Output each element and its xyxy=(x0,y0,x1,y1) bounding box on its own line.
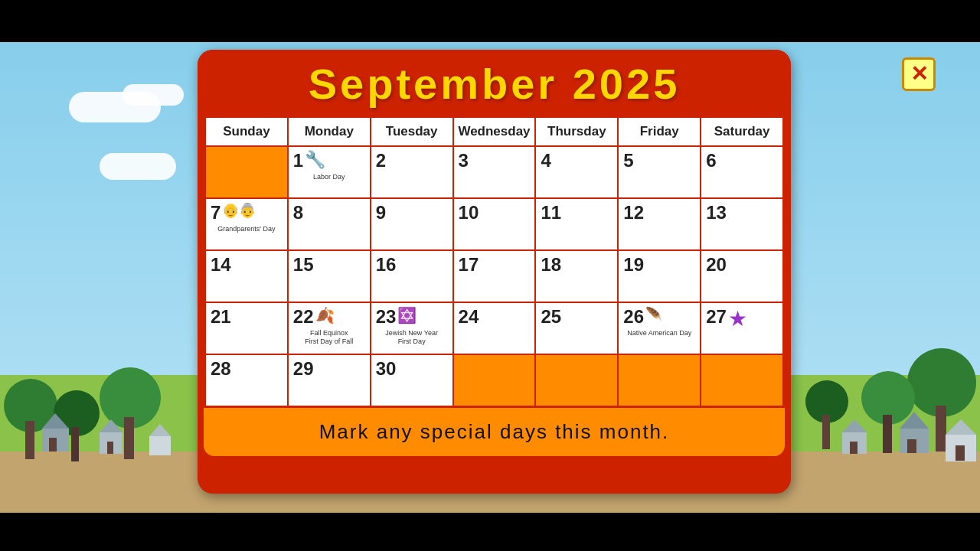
cell-empty-3 xyxy=(535,354,618,406)
cell-sep-16[interactable]: 16 xyxy=(371,250,453,302)
cell-sep-15[interactable]: 15 xyxy=(288,250,371,302)
header-friday: Friday xyxy=(618,116,701,146)
svg-rect-11 xyxy=(107,442,113,454)
header-tuesday: Tuesday xyxy=(371,116,453,146)
cell-sep-27[interactable]: 27 ★ xyxy=(701,302,783,354)
svg-rect-3 xyxy=(71,427,79,461)
svg-marker-27 xyxy=(946,419,976,435)
cell-empty-1[interactable] xyxy=(205,146,288,198)
cell-sep-26[interactable]: 26 🪶 Native American Day xyxy=(618,302,701,354)
cell-sep-9[interactable]: 9 xyxy=(371,198,453,250)
cell-sep-4[interactable]: 4 xyxy=(535,146,618,198)
cell-sep-25[interactable]: 25 xyxy=(535,302,618,354)
cell-sep-1[interactable]: 1 🔧 Labor Day xyxy=(288,146,371,198)
svg-rect-28 xyxy=(956,445,965,461)
svg-marker-24 xyxy=(842,419,867,432)
cell-sep-29[interactable]: 29 xyxy=(288,354,371,406)
cell-sep-7[interactable]: 7 👴👵 Grandparents' Day xyxy=(205,198,288,250)
right-scene xyxy=(781,321,980,505)
cell-sep-18[interactable]: 18 xyxy=(535,250,618,302)
black-bar-top xyxy=(0,0,980,42)
header-monday: Monday xyxy=(288,116,371,146)
svg-rect-5 xyxy=(124,417,134,459)
svg-rect-19 xyxy=(822,415,830,449)
cell-sep-22[interactable]: 22 🍂 Fall EquinoxFirst Day of Fall xyxy=(288,302,371,354)
cell-sep-12[interactable]: 12 xyxy=(618,198,701,250)
svg-rect-1 xyxy=(25,421,34,459)
calendar-container: September 2025 Sunday Monday Tuesday Wed… xyxy=(198,50,791,494)
cell-sep-21[interactable]: 21 xyxy=(205,302,288,354)
svg-rect-22 xyxy=(907,439,916,453)
calendar-grid: Sunday Monday Tuesday Wednesday Thursday… xyxy=(204,115,785,408)
cell-sep-20[interactable]: 20 xyxy=(701,250,783,302)
cell-sep-14[interactable]: 14 xyxy=(205,250,288,302)
left-scene xyxy=(0,329,184,497)
cell-sep-19[interactable]: 19 xyxy=(618,250,701,302)
svg-rect-17 xyxy=(883,415,892,453)
cell-empty-2 xyxy=(453,354,536,406)
close-x-icon: ✕ xyxy=(910,64,928,85)
cell-sep-11[interactable]: 11 xyxy=(535,198,618,250)
svg-rect-8 xyxy=(49,438,57,452)
cell-sep-8[interactable]: 8 xyxy=(288,198,371,250)
cell-empty-4 xyxy=(618,354,701,406)
day-headers-row: Sunday Monday Tuesday Wednesday Thursday… xyxy=(205,116,783,146)
header-sunday: Sunday xyxy=(205,116,288,146)
svg-rect-25 xyxy=(850,442,858,454)
cell-sep-28[interactable]: 28 xyxy=(205,354,288,406)
black-bar-bottom xyxy=(0,513,980,551)
cell-sep-24[interactable]: 24 xyxy=(453,302,536,354)
close-button[interactable]: ✕ xyxy=(902,57,936,91)
cell-sep-23[interactable]: 23 ✡️ Jewish New YearFirst Day xyxy=(371,302,453,354)
calendar-title: September 2025 xyxy=(309,60,681,108)
svg-marker-13 xyxy=(149,424,171,436)
message-text: Mark any special days this month. xyxy=(319,420,670,443)
cell-sep-13[interactable]: 13 xyxy=(701,198,783,250)
cloud-3 xyxy=(100,153,176,180)
cell-sep-30[interactable]: 30 xyxy=(371,354,453,406)
calendar-body: 1 🔧 Labor Day 2 3 4 5 6 7 👴👵 Grandparent… xyxy=(205,146,783,406)
star-icon: ★ xyxy=(728,306,747,331)
cell-sep-6[interactable]: 6 xyxy=(701,146,783,198)
cell-sep-17[interactable]: 17 xyxy=(453,250,536,302)
calendar-header: September 2025 xyxy=(198,50,791,115)
header-thursday: Thursday xyxy=(535,116,618,146)
header-saturday: Saturday xyxy=(701,116,783,146)
calendar-message: Mark any special days this month. xyxy=(204,408,785,456)
cloud-2 xyxy=(122,84,184,106)
svg-rect-12 xyxy=(149,436,171,455)
cell-sep-3[interactable]: 3 xyxy=(453,146,536,198)
header-wednesday: Wednesday xyxy=(453,116,536,146)
cell-sep-5[interactable]: 5 xyxy=(618,146,701,198)
svg-rect-15 xyxy=(936,406,946,452)
cell-empty-5 xyxy=(701,354,783,406)
cell-sep-2[interactable]: 2 xyxy=(371,146,453,198)
cell-sep-10[interactable]: 10 xyxy=(453,198,536,250)
